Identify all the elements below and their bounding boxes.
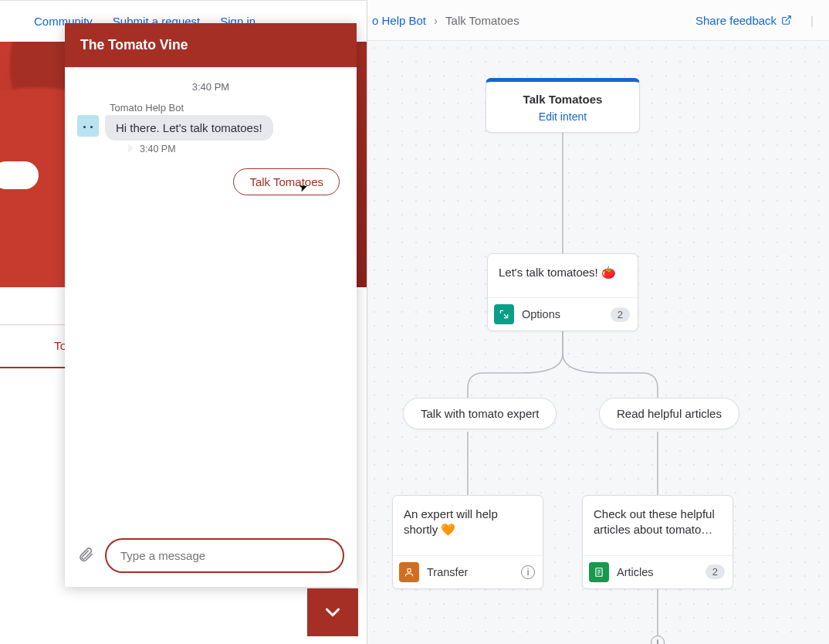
chat-widget: The Tomato Vine 3:40 PM Tomato Help Bot … xyxy=(65,23,357,587)
flow-node-transfer[interactable]: An expert will help shortly 🧡 Transfer i xyxy=(392,495,543,589)
chat-bubble: Hi there. Let's talk tomatoes! xyxy=(105,115,273,141)
edit-intent-link[interactable]: Edit intent xyxy=(494,110,631,123)
breadcrumb-current: Talk Tomatoes xyxy=(445,14,519,27)
chat-timestamp-msg: 3:40 PM xyxy=(77,144,344,154)
flow-option-expert[interactable]: Talk with tomato expert xyxy=(403,398,557,429)
transfer-icon xyxy=(399,562,419,582)
bot-avatar xyxy=(77,115,99,137)
chat-input[interactable] xyxy=(105,538,344,573)
bot-builder-pane: o Help Bot › Talk Tomatoes Share feedbac… xyxy=(367,0,829,644)
builder-top-bar: o Help Bot › Talk Tomatoes Share feedbac… xyxy=(367,0,829,41)
share-feedback-link[interactable]: Share feedback | xyxy=(695,14,814,27)
flow-option-articles[interactable]: Read helpful articles xyxy=(599,398,739,429)
partial-tab[interactable]: To xyxy=(0,324,65,368)
flow-node-options[interactable]: Let's talk tomatoes! 🍅 Options 2 xyxy=(487,253,638,331)
node-type: Options xyxy=(522,308,603,320)
search-pill-partial xyxy=(0,161,39,189)
articles-icon xyxy=(589,562,609,582)
chat-input-bar xyxy=(65,527,357,587)
node-type: Transfer xyxy=(427,566,513,578)
chat-body: 3:40 PM Tomato Help Bot Hi there. Let's … xyxy=(65,67,357,527)
flow-continuation-marker xyxy=(651,636,665,644)
chat-sender-name: Tomato Help Bot xyxy=(77,102,344,115)
node-type: Articles xyxy=(617,566,698,578)
flow-start-node[interactable]: Talk Tomatoes Edit intent xyxy=(486,78,640,133)
options-icon xyxy=(494,304,514,324)
quick-reply-talk-tomatoes[interactable]: Talk Tomatoes ➤ xyxy=(233,168,340,195)
info-icon[interactable]: i xyxy=(521,565,535,579)
node-count: 2 xyxy=(705,564,725,579)
breadcrumb-bot-link[interactable]: o Help Bot xyxy=(372,14,426,27)
chevron-down-icon xyxy=(321,601,344,624)
node-message: Check out these helpful articles about t… xyxy=(583,496,733,555)
node-message: An expert will help shortly 🧡 xyxy=(393,496,543,555)
chat-row: Hi there. Let's talk tomatoes! xyxy=(77,115,344,141)
breadcrumb: o Help Bot › Talk Tomatoes xyxy=(372,14,519,27)
node-count: 2 xyxy=(611,307,630,322)
chat-title: The Tomato Vine xyxy=(65,23,357,67)
flow-node-articles[interactable]: Check out these helpful articles about t… xyxy=(582,495,733,589)
external-link-icon xyxy=(781,15,792,25)
node-message: Let's talk tomatoes! 🍅 xyxy=(488,254,638,297)
svg-point-1 xyxy=(408,568,411,572)
svg-line-0 xyxy=(786,16,790,21)
flow-canvas[interactable]: Talk Tomatoes Edit intent Let's talk tom… xyxy=(367,41,829,644)
start-node-title: Talk Tomatoes xyxy=(494,93,631,106)
chevron-right-icon: › xyxy=(434,14,438,27)
paperclip-icon[interactable] xyxy=(77,546,94,565)
chat-timestamp-top: 3:40 PM xyxy=(77,76,344,102)
chat-collapse-button[interactable] xyxy=(307,588,358,636)
partial-left-tabs: To xyxy=(0,301,65,368)
